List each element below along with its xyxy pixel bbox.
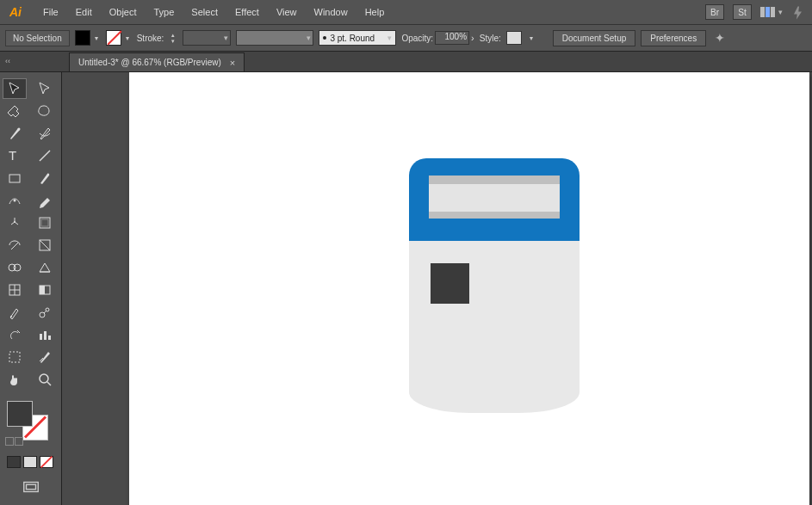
- shaper-tool[interactable]: [3, 191, 26, 210]
- workspace-switcher[interactable]: ▾: [760, 7, 783, 17]
- svg-line-9: [40, 240, 50, 250]
- opacity-label: Opacity:: [401, 34, 433, 43]
- stroke-color-chip[interactable]: [106, 30, 121, 46]
- stock-button[interactable]: St: [733, 4, 752, 20]
- canvas-area[interactable]: [62, 72, 812, 505]
- type-tool[interactable]: T: [3, 146, 26, 165]
- perspective-grid-tool[interactable]: [34, 258, 56, 277]
- menu-file[interactable]: File: [34, 3, 67, 21]
- control-bar: No Selection ▾ ▾ Stroke: ▴▾ ▾ ▾ 3 pt. Ro…: [0, 24, 812, 52]
- menu-type[interactable]: Type: [146, 3, 183, 21]
- svg-rect-25: [9, 352, 20, 362]
- stroke-weight-select[interactable]: ▾: [183, 30, 231, 46]
- svg-line-2: [40, 151, 50, 161]
- hand-tool[interactable]: [3, 370, 26, 389]
- stroke-dropdown[interactable]: ▾: [123, 34, 132, 42]
- search-icon[interactable]: [791, 5, 807, 19]
- slice-tool[interactable]: [34, 348, 56, 366]
- pen-tool[interactable]: [3, 124, 26, 143]
- svg-text:T: T: [9, 148, 16, 163]
- dot-icon: [323, 36, 326, 40]
- selection-status: No Selection: [5, 30, 70, 46]
- artboard: [129, 72, 809, 505]
- eraser-tool[interactable]: [34, 191, 56, 210]
- stroke-label: Stroke:: [137, 34, 164, 43]
- menu-bar: Ai FileEditObjectTypeSelectEffectViewWin…: [0, 0, 812, 24]
- svg-point-5: [14, 221, 15, 223]
- style-label: Style:: [480, 34, 501, 43]
- lasso-tool[interactable]: [34, 102, 56, 120]
- svg-rect-22: [40, 334, 42, 340]
- document-tab[interactable]: Untitled-3* @ 66.67% (RGB/Preview) ×: [69, 52, 245, 71]
- close-tab-icon[interactable]: ×: [230, 58, 235, 68]
- svg-line-21: [44, 311, 46, 313]
- eyedropper-tool[interactable]: [3, 303, 26, 322]
- blend-tool[interactable]: [34, 303, 56, 322]
- art-dark-square: [431, 263, 469, 304]
- column-graph-tool[interactable]: [34, 325, 56, 344]
- zoom-tool[interactable]: [34, 370, 56, 389]
- svg-line-28: [47, 382, 51, 385]
- shape-builder-tool[interactable]: [3, 258, 26, 277]
- selection-tool[interactable]: [3, 79, 26, 98]
- menu-help[interactable]: Help: [356, 3, 394, 21]
- fill-swatch[interactable]: [7, 401, 33, 427]
- rectangle-tool[interactable]: [3, 169, 26, 188]
- variable-width-profile[interactable]: ▾: [236, 30, 313, 46]
- magic-wand-tool[interactable]: [3, 102, 26, 120]
- menu-effect[interactable]: Effect: [226, 3, 268, 21]
- graphic-style-chip[interactable]: [506, 31, 522, 45]
- style-dropdown[interactable]: ▾: [527, 34, 536, 42]
- scale-tool[interactable]: [34, 213, 56, 232]
- document-tab-title: Untitled-3* @ 66.67% (RGB/Preview): [78, 58, 221, 67]
- brush-definition-select[interactable]: 3 pt. Round ▾: [319, 30, 396, 46]
- svg-rect-17: [40, 286, 45, 294]
- draw-mode-swatches[interactable]: [3, 456, 58, 468]
- line-segment-tool[interactable]: [34, 146, 56, 165]
- workspace-icon: [760, 7, 775, 17]
- svg-rect-24: [48, 336, 51, 340]
- paintbrush-tool[interactable]: [34, 169, 56, 188]
- free-transform-tool[interactable]: [34, 236, 56, 255]
- panel-collapse-handle[interactable]: ‹‹: [0, 52, 15, 71]
- chevron-down-icon: ▾: [778, 8, 783, 16]
- svg-rect-7: [41, 219, 48, 226]
- artboard-tool[interactable]: [3, 348, 26, 366]
- swap-default-icons[interactable]: [5, 437, 23, 446]
- rotate-tool[interactable]: [3, 213, 26, 232]
- svg-point-18: [10, 316, 12, 317]
- app-logo: Ai: [5, 3, 26, 21]
- opacity-flyout[interactable]: ›: [471, 33, 474, 43]
- direct-selection-tool[interactable]: [34, 79, 56, 98]
- svg-point-4: [14, 200, 16, 202]
- gradient-tool[interactable]: [34, 280, 56, 299]
- menu-window[interactable]: Window: [306, 3, 356, 21]
- document-tab-bar: Untitled-3* @ 66.67% (RGB/Preview) ×: [0, 52, 812, 72]
- main-area: T: [0, 72, 812, 505]
- stroke-weight-stepper[interactable]: ▴▾: [169, 32, 177, 44]
- svg-point-0: [18, 128, 21, 131]
- pin-control-icon[interactable]: ✦: [715, 31, 725, 45]
- curvature-tool[interactable]: [34, 124, 56, 143]
- mesh-tool[interactable]: [3, 280, 26, 299]
- screen-mode-button[interactable]: [3, 480, 58, 494]
- document-setup-button[interactable]: Document Setup: [553, 30, 636, 46]
- width-tool[interactable]: [3, 236, 26, 255]
- menu-select[interactable]: Select: [183, 3, 226, 21]
- menu-object[interactable]: Object: [101, 3, 146, 21]
- svg-point-27: [40, 374, 48, 383]
- symbol-sprayer-tool[interactable]: [3, 325, 26, 344]
- preferences-button[interactable]: Preferences: [641, 30, 706, 46]
- bridge-button[interactable]: Br: [705, 4, 724, 20]
- svg-rect-3: [9, 175, 20, 182]
- art-screen: [429, 184, 560, 212]
- fill-stroke-swatch[interactable]: [3, 401, 58, 451]
- svg-rect-23: [44, 331, 46, 340]
- menubar-right: Br St ▾: [705, 4, 807, 20]
- fill-dropdown[interactable]: ▾: [92, 34, 101, 42]
- fill-color-chip[interactable]: [75, 30, 90, 46]
- menu-view[interactable]: View: [268, 3, 306, 21]
- opacity-input[interactable]: 100%: [435, 31, 469, 45]
- menu-edit[interactable]: Edit: [67, 3, 101, 21]
- toolbox: T: [0, 72, 62, 505]
